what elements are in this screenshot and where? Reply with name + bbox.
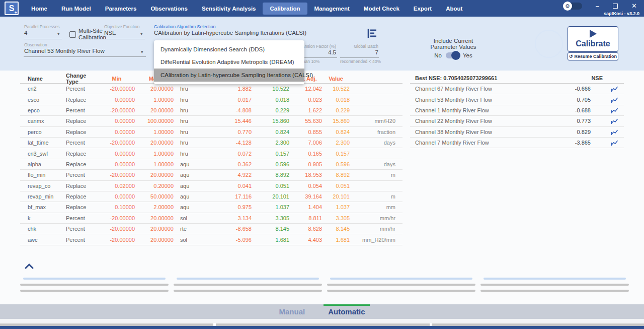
include-current-toggle[interactable] <box>446 52 459 58</box>
objective-function-select[interactable]: NSE <box>104 30 116 36</box>
table-cell: 0.10000 <box>99 204 135 210</box>
nav-item-run-model[interactable]: Run Model <box>54 3 98 15</box>
nav-item-sensitivity-analysis[interactable]: Sensitivity Analysis <box>195 3 263 15</box>
line-chart-icon[interactable] <box>605 106 624 114</box>
line-chart-icon[interactable] <box>605 139 624 147</box>
tab-manual[interactable]: Manual <box>279 304 305 319</box>
table-row[interactable]: chkPercent-20.0000020.00000rte-8.6588.14… <box>20 224 403 234</box>
bottom-tabbar: Manual Automatic <box>0 304 644 319</box>
table-row[interactable]: cn2Percent-20.0000020.00000hru1.88210.52… <box>20 84 403 94</box>
table-row[interactable]: revap_coReplace0.020000.20000aqu0.0410.0… <box>20 181 403 191</box>
table-row[interactable]: revap_minReplace0.0000050.00000aqu17.116… <box>20 191 403 202</box>
table-cell: 0.00000 <box>99 161 135 167</box>
chart-placeholder <box>327 277 475 294</box>
skeleton-line <box>480 284 629 286</box>
table-cell: -4.808 <box>214 107 252 113</box>
table-row[interactable]: flo_minPercent-20.0000020.00000aqu4.9228… <box>20 170 403 180</box>
table-cell: 0.051 <box>322 183 350 189</box>
table-cell: 20.00000 <box>135 86 174 92</box>
field-underline <box>24 56 146 57</box>
result-nse-value: 0.829 <box>560 129 591 135</box>
toggle-no-label: No <box>434 52 442 58</box>
line-chart-icon[interactable] <box>605 85 624 93</box>
table-cell: 0.905 <box>289 161 322 167</box>
algorithm-option[interactable]: CAlibration by Latin-hypercube Sampling … <box>154 69 304 82</box>
table-cell: 0.041 <box>214 183 252 189</box>
collapse-panel-button[interactable] <box>24 262 34 272</box>
table-cell: 0.072 <box>214 151 252 157</box>
table-cell: 0.00000 <box>99 193 135 200</box>
result-row[interactable]: Channel 1 Monthly River Flow-0.688 <box>410 105 624 116</box>
table-row[interactable]: cn3_swfReplace0.000001.00000hru0.0720.15… <box>20 148 403 159</box>
result-row[interactable]: Channel 67 Monthly River Flow-0.666 <box>410 84 624 94</box>
scrollbar-segment[interactable] <box>0 323 213 326</box>
table-row[interactable]: lat_ttimePercent-20.0000020.00000hru-4.1… <box>20 138 403 148</box>
table-row[interactable]: kPercent-20.0000020.00000sol3.1343.3058.… <box>20 213 403 224</box>
result-row[interactable]: Channel 38 Monthly River Flow0.829 <box>410 127 624 138</box>
resume-calibration-button[interactable]: ↺ Resume Calibration <box>568 52 618 60</box>
maximize-icon[interactable] <box>613 4 618 9</box>
table-row[interactable]: awcPercent-20.0000020.00000sol-5.0961.68… <box>20 234 403 245</box>
nav-item-about[interactable]: About <box>439 3 469 15</box>
scrollbar-segment[interactable] <box>216 323 430 326</box>
table-cell: 0.229 <box>322 107 350 113</box>
algorithm-option[interactable]: Dynamically Dimensioned Search (DDS) <box>154 43 304 56</box>
global-batch-input[interactable]: 7 <box>318 49 378 55</box>
table-cell: 15.860 <box>322 118 350 124</box>
resume-label: Resume Calibration <box>575 54 617 59</box>
algorithm-option[interactable]: DiffeRential Evolution Adaptive Metropol… <box>154 56 304 69</box>
nav-item-model-check[interactable]: Model Check <box>357 3 407 15</box>
line-chart-icon[interactable] <box>605 96 624 104</box>
skeleton-line <box>327 290 475 292</box>
table-cell: -20.00000 <box>99 107 135 113</box>
window-controls: ⚙ – ✕ <box>564 0 637 12</box>
table-cell: 1.622 <box>289 107 322 113</box>
calibrate-button[interactable]: Calibrate <box>568 26 618 52</box>
minimize-icon[interactable]: – <box>596 4 599 9</box>
nav-item-management[interactable]: Management <box>307 3 357 15</box>
parallel-processes-select[interactable]: 4 <box>24 30 27 36</box>
result-row[interactable]: Channel 53 Monthly River Flow0.705 <box>410 94 624 105</box>
result-channel-name: Channel 1 Monthly River Flow <box>410 107 575 113</box>
close-icon[interactable]: ✕ <box>631 3 637 9</box>
observation-label: Observation <box>24 42 47 47</box>
tab-automatic[interactable]: Automatic <box>328 304 365 319</box>
parallel-processes-label: Parallel Processes <box>24 24 59 29</box>
table-row[interactable]: bf_maxReplace0.100002.00000aqu0.9751.037… <box>20 202 403 213</box>
line-chart-icon[interactable] <box>605 128 624 136</box>
table-cell: 1.00000 <box>135 129 174 135</box>
table-cell: revap_min <box>20 193 63 200</box>
titlebar: S + HomeRun ModelParametersObservationsS… <box>0 0 644 17</box>
multi-site-checkbox[interactable] <box>69 31 76 38</box>
nav-item-observations[interactable]: Observations <box>143 3 195 15</box>
nav-item-calibration[interactable]: Calibration <box>263 3 307 15</box>
table-cell: k <box>20 215 63 221</box>
table-cell: hru <box>174 151 214 157</box>
line-chart-icon[interactable] <box>605 117 624 125</box>
table-row[interactable]: epcoPercent-20.0000020.00000hru-4.8080.2… <box>20 105 403 116</box>
scrollbar-segment[interactable] <box>432 323 644 326</box>
table-cell: 0.157 <box>322 151 350 157</box>
nav-item-export[interactable]: Export <box>407 3 439 15</box>
table-row[interactable]: escoReplace0.000001.00000hru0.0170.0180.… <box>20 94 403 105</box>
algorithm-select[interactable]: CAlibration by Latin-hypercube Sampling … <box>154 30 306 36</box>
result-channel-name: Channel 22 Monthly River Flow <box>410 118 575 124</box>
chevron-down-icon: ▾ <box>140 31 143 36</box>
table-cell: hru <box>174 97 214 103</box>
result-row[interactable]: Channel 7 Monthly River Flow-3.865 <box>410 138 624 148</box>
observation-select[interactable]: Channel 53 Monthly River Flow <box>24 48 105 54</box>
table-cell: 17.116 <box>214 193 252 200</box>
table-cell: 10.522 <box>252 86 289 92</box>
table-cell: 8.145 <box>322 226 350 232</box>
result-row[interactable]: Channel 22 Monthly River Flow0.773 <box>410 116 624 126</box>
table-cell: 1.037 <box>322 204 350 210</box>
table-row[interactable]: percoReplace0.000001.00000hru0.7700.8240… <box>20 127 403 138</box>
field-underline <box>340 57 379 58</box>
table-cell: 20.00000 <box>135 107 174 113</box>
table-row[interactable]: canmxReplace0.00000100.00000hru15.44615.… <box>20 116 403 126</box>
theme-toggle[interactable]: ⚙ <box>564 3 582 10</box>
table-cell: esco <box>20 97 63 103</box>
nav-item-parameters[interactable]: Parameters <box>98 3 144 15</box>
nav-item-home[interactable]: Home <box>24 3 54 15</box>
table-row[interactable]: alphaReplace0.000001.00000aqu0.3620.5960… <box>20 159 403 170</box>
